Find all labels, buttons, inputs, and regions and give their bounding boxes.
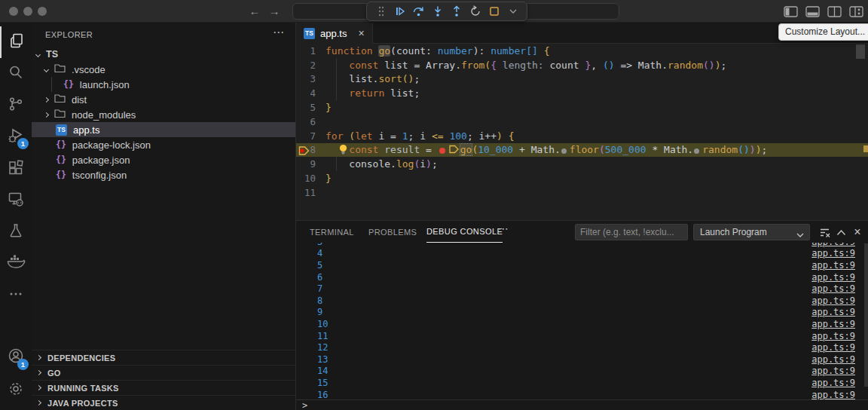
tree-item-tsconfig-json[interactable]: {}tsconfig.json [32,167,295,182]
toggle-panel-icon[interactable] [805,3,820,20]
console-source-link[interactable]: app.ts:9 [811,307,855,317]
source-control-icon [7,95,25,116]
debug-current-line-breakpoint-icon[interactable] [298,145,310,159]
activity-item-remote-explorer[interactable] [0,185,32,216]
panel-tab-problems[interactable]: PROBLEMS [368,221,417,243]
code-line-1[interactable]: 1function go(count: number): number[] { [296,44,868,58]
restart-icon[interactable] [469,5,482,18]
close-tab-icon[interactable]: × [358,27,364,39]
section-dependencies[interactable]: DEPENDENCIES [32,350,295,365]
tree-item-package-lock-json[interactable]: {}package-lock.json [32,137,295,152]
activity-item-more[interactable] [0,280,32,311]
navigate-back-icon[interactable]: ← [248,5,261,18]
code-editor[interactable]: 1function go(count: number): number[] {2… [296,44,868,220]
navigate-forward-icon[interactable]: → [267,5,281,18]
line-number[interactable]: 5 [296,102,326,113]
explorer-more-actions-icon[interactable]: ⋯ [273,26,285,39]
console-output-row: 12app.ts:9 [296,341,858,353]
activity-item-explorer[interactable] [0,26,32,58]
code-line-8[interactable]: 8 const result = go(10_000 + Math.floor(… [296,143,868,158]
line-number[interactable]: 7 [296,130,326,142]
code-line-9[interactable]: 9 console.log(i); [296,157,868,171]
console-source-link[interactable]: app.ts:9 [811,319,855,329]
console-source-link[interactable]: app.ts:9 [811,366,855,376]
chevron-down-icon [35,51,41,57]
console-source-link[interactable]: app.ts:9 [811,272,855,283]
activity-item-source-control[interactable] [0,90,32,121]
close-window-button[interactable] [9,7,18,16]
panel-header: TERMINALPROBLEMSDEBUG CONSOLE ⋯ Filter (… [296,221,868,243]
activity-item-search[interactable] [0,58,32,90]
panel-tab-debug-console[interactable]: DEBUG CONSOLE [426,221,503,243]
chevron-right-icon [36,370,41,375]
editor-scrollbar-thumb[interactable] [856,44,865,59]
code-line-2[interactable]: 2 const list = Array.from({ length: coun… [296,58,868,72]
section-running-tasks[interactable]: RUNNING TASKS [32,380,295,395]
console-source-link[interactable]: app.ts:9 [811,354,855,365]
line-number[interactable]: 1 [296,45,326,57]
stop-icon[interactable] [487,5,501,18]
code-line-6[interactable]: 6 [296,115,868,129]
line-number[interactable]: 2 [296,60,326,71]
continue-icon[interactable] [393,5,407,18]
tree-item-node-modules[interactable]: node_modules [32,107,295,122]
line-number[interactable]: 10 [296,173,326,184]
code-line-4[interactable]: 4 return list; [296,86,868,100]
activity-item-docker[interactable] [0,248,32,280]
section-java-projects[interactable]: JAVA PROJECTS [32,395,295,410]
debug-console-input[interactable]: > [296,399,868,410]
clear-console-icon[interactable] [818,226,830,238]
step-over-icon[interactable] [412,5,426,18]
code-line-10[interactable]: 10} [296,171,868,185]
maximize-panel-icon[interactable] [835,226,847,238]
tree-item-package-json[interactable]: {}package.json [32,152,295,167]
code-line-3[interactable]: 3 list.sort(); [296,72,868,87]
debug-session-select[interactable]: Launch Program [693,224,810,240]
panel-more-actions-icon[interactable]: ⋯ [498,222,509,234]
line-number[interactable]: 3 [296,73,326,84]
lightbulb-quick-fix-icon[interactable] [338,144,348,158]
tree-item-app-ts[interactable]: TSapp.ts [32,122,295,137]
split-editor-icon[interactable] [827,3,842,20]
step-into-icon[interactable] [431,5,445,18]
console-source-link[interactable]: app.ts:9 [811,248,855,259]
panel-tab-terminal[interactable]: TERMINAL [310,221,354,243]
tab-app-ts[interactable]: TS app.ts × [296,23,373,44]
tree-item-dist[interactable]: dist [32,92,295,107]
console-source-link[interactable]: app.ts:9 [811,390,855,400]
console-source-link[interactable]: app.ts:9 [811,331,855,341]
activity-item-settings[interactable] [0,374,32,407]
tree-item-launch-json[interactable]: {}launch.json [32,77,295,92]
zoom-window-button[interactable] [38,7,47,16]
minimize-window-button[interactable] [23,7,32,16]
console-source-link[interactable]: app.ts:9 [811,295,855,306]
console-filter-input[interactable]: Filter (e.g. text, !exclu... [575,224,688,240]
console-source-link[interactable]: app.ts:9 [811,342,855,353]
activity-item-extensions[interactable] [0,153,32,185]
tree-root-ts[interactable]: TS [32,47,295,62]
line-number[interactable]: 11 [296,187,326,198]
console-source-link[interactable]: app.ts:9 [811,260,855,271]
code-line-5[interactable]: 5} [296,100,868,115]
dropdown-chevron-icon[interactable] [506,5,520,18]
activity-item-run-and-debug[interactable]: 1 [0,121,32,153]
console-output-value: 6 [317,272,322,283]
tree-item--vscode[interactable]: .vscode [32,62,295,77]
code-line-11[interactable]: 11 [296,185,868,200]
toggle-primary-sidebar-icon[interactable] [783,3,798,20]
code-line-7[interactable]: 7for (let i = 1; i <= 100; i++) { [296,129,868,143]
close-panel-icon[interactable]: × [851,226,863,238]
console-output-value: 14 [317,366,328,376]
line-number[interactable]: 9 [296,158,326,170]
line-number[interactable]: 6 [296,116,326,127]
section-go[interactable]: GO [32,365,295,380]
console-source-link[interactable]: app.ts:9 [811,283,855,294]
panel-scrollbar-thumb[interactable] [864,243,868,387]
activity-item-accounts[interactable]: 1 [0,341,32,374]
activity-item-testing[interactable] [0,216,32,248]
line-number[interactable]: 4 [296,87,326,99]
step-out-icon[interactable] [450,5,463,18]
console-source-link[interactable]: app.ts:9 [811,378,855,388]
customize-layout-icon[interactable] [848,3,863,20]
tree-item-label: dist [72,94,87,106]
